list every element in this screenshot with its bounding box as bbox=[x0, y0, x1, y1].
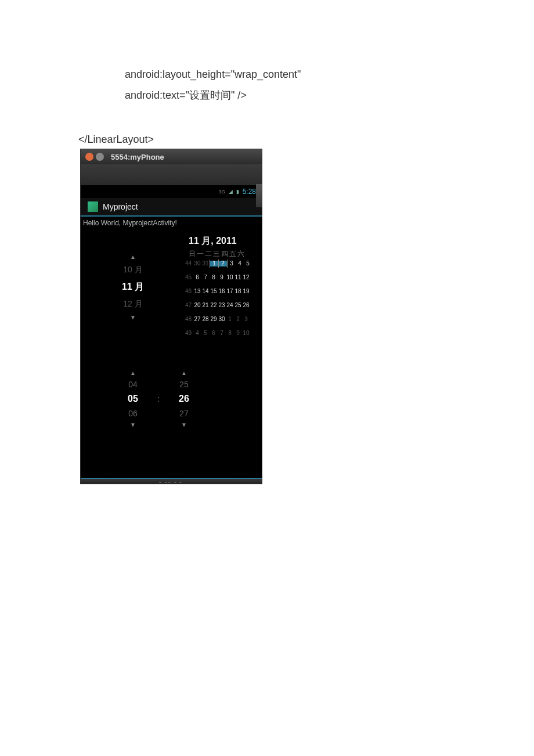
calendar-day[interactable]: 19 bbox=[242, 289, 250, 294]
calendar-day[interactable]: 11 bbox=[234, 275, 242, 280]
calendar-day[interactable]: 9 bbox=[234, 330, 242, 336]
calendar-day[interactable]: 29 bbox=[210, 316, 218, 322]
calendar-row: 4945678910 bbox=[185, 329, 252, 337]
calendar-row: 4720212223242526 bbox=[185, 301, 252, 309]
hour-prev[interactable]: 04 bbox=[116, 380, 150, 389]
calendar-day[interactable]: 7 bbox=[218, 330, 226, 336]
calendar-day[interactable]: 27 bbox=[193, 316, 201, 322]
hello-text: Hello World, MyprojectActivity! bbox=[81, 217, 262, 231]
hour-picker[interactable]: 04 05 06 bbox=[116, 370, 150, 428]
calendar-day[interactable]: 22 bbox=[210, 303, 218, 308]
minute-next[interactable]: 27 bbox=[167, 409, 201, 418]
app-icon bbox=[88, 201, 98, 212]
minute-prev[interactable]: 25 bbox=[167, 380, 201, 389]
week-number: 49 bbox=[185, 330, 193, 336]
calendar-day[interactable]: 15 bbox=[210, 289, 218, 294]
calendar-daysofweek: 日一二三四五六 bbox=[189, 249, 246, 259]
hour-next[interactable]: 06 bbox=[116, 409, 150, 418]
calendar-day[interactable]: 23 bbox=[218, 303, 226, 308]
app-content: 11 月, 2011 日一二三四五六 10 月 11 月 12 月 443031… bbox=[81, 231, 262, 478]
calendar-day[interactable]: 30 bbox=[218, 316, 226, 322]
hour-down-icon[interactable] bbox=[116, 422, 150, 428]
calendar-row: 44303112345 bbox=[185, 260, 252, 268]
emulator-chrome bbox=[81, 164, 262, 185]
calendar-day[interactable]: 5 bbox=[201, 330, 210, 336]
network-3g-icon: 3G bbox=[219, 189, 225, 195]
month-down-icon[interactable] bbox=[110, 314, 156, 321]
calendar-day[interactable]: 4 bbox=[236, 261, 244, 267]
calendar-day[interactable]: 3 bbox=[228, 261, 236, 267]
calendar-day[interactable]: 8 bbox=[226, 330, 234, 336]
close-icon[interactable] bbox=[85, 153, 93, 161]
calendar-day[interactable]: 1 bbox=[210, 261, 218, 267]
code-snippet: android:layout_height="wrap_content" and… bbox=[125, 65, 301, 105]
minute-picker[interactable]: 25 26 27 bbox=[167, 370, 201, 428]
code-line-2: android:text="设置时间" /> bbox=[125, 86, 301, 105]
time-colon: : bbox=[157, 394, 160, 404]
month-current[interactable]: 11 月 bbox=[110, 281, 156, 293]
minute-down-icon[interactable] bbox=[167, 422, 201, 428]
calendar-day[interactable]: 13 bbox=[193, 289, 201, 294]
minute-current[interactable]: 26 bbox=[167, 394, 201, 404]
signal-icon: ◢ bbox=[229, 189, 233, 195]
month-picker[interactable]: 10 月 11 月 12 月 bbox=[110, 254, 156, 321]
calendar-day[interactable]: 16 bbox=[218, 289, 226, 294]
month-up-icon[interactable] bbox=[110, 254, 156, 260]
calendar-day[interactable]: 12 bbox=[242, 275, 250, 280]
calendar-day[interactable]: 9 bbox=[218, 275, 226, 280]
calendar-day[interactable]: 17 bbox=[226, 289, 234, 294]
code-line-1: android:layout_height="wrap_content" bbox=[125, 65, 301, 84]
week-number: 48 bbox=[185, 316, 193, 322]
battery-icon: ▮ bbox=[236, 189, 239, 195]
calendar-day[interactable]: 4 bbox=[193, 330, 201, 336]
calendar-day[interactable]: 3 bbox=[242, 316, 250, 322]
calendar-day[interactable]: 30 bbox=[193, 261, 201, 267]
emulator-bottombar: ‒ ‒‒ ‒ ‒ bbox=[81, 478, 262, 484]
calendar-day[interactable]: 24 bbox=[226, 303, 234, 308]
emulator-title: 5554:myPhone bbox=[111, 153, 164, 161]
app-actionbar: Myproject bbox=[81, 198, 262, 217]
week-number: 47 bbox=[185, 303, 193, 308]
calendar-row: 4827282930123 bbox=[185, 315, 252, 323]
calendar-day[interactable]: 1 bbox=[226, 316, 234, 322]
week-number: 46 bbox=[185, 289, 193, 294]
calendar-day[interactable]: 10 bbox=[242, 330, 250, 336]
calendar-row: 456789101112 bbox=[185, 273, 252, 282]
calendar-day[interactable]: 14 bbox=[201, 289, 210, 294]
calendar-day[interactable]: 21 bbox=[201, 303, 210, 308]
hour-up-icon[interactable] bbox=[116, 370, 150, 376]
calendar-day[interactable]: 6 bbox=[210, 330, 218, 336]
month-next[interactable]: 12 月 bbox=[110, 299, 156, 309]
calendar-day[interactable]: 7 bbox=[201, 275, 210, 280]
calendar-day[interactable]: 26 bbox=[242, 303, 250, 308]
emulator-window: 5554:myPhone 3G ◢ ▮ 5:28 Myproject Hello… bbox=[80, 149, 262, 484]
scrollbar[interactable] bbox=[256, 184, 262, 207]
calendar-day[interactable]: 8 bbox=[210, 275, 218, 280]
calendar-day[interactable]: 5 bbox=[244, 261, 252, 267]
week-number: 45 bbox=[185, 275, 193, 280]
calendar-day[interactable]: 10 bbox=[226, 275, 234, 280]
calendar-day[interactable]: 31 bbox=[201, 261, 210, 267]
android-statusbar: 3G ◢ ▮ 5:28 bbox=[81, 185, 262, 198]
minute-up-icon[interactable] bbox=[167, 370, 201, 376]
hour-current[interactable]: 05 bbox=[116, 394, 150, 404]
calendar-row: 4613141516171819 bbox=[185, 287, 252, 296]
calendar-header: 11 月, 2011 bbox=[189, 235, 237, 247]
calendar-day[interactable]: 25 bbox=[234, 303, 242, 308]
calendar-day[interactable]: 6 bbox=[193, 275, 201, 280]
time-picker[interactable]: 04 05 06 : 25 26 27 bbox=[116, 370, 201, 428]
calendar-day[interactable]: 20 bbox=[193, 303, 201, 308]
status-time: 5:28 bbox=[243, 188, 256, 196]
app-title: Myproject bbox=[103, 202, 138, 211]
calendar-day[interactable]: 18 bbox=[234, 289, 242, 294]
code-closing-tag: </LinearLayout> bbox=[78, 134, 154, 146]
calendar-day[interactable]: 2 bbox=[234, 316, 242, 322]
month-prev[interactable]: 10 月 bbox=[110, 265, 156, 275]
calendar-grid[interactable]: 4430311234545678910111246131415161718194… bbox=[185, 260, 252, 343]
minimize-icon[interactable] bbox=[96, 153, 104, 161]
calendar-day[interactable]: 2 bbox=[219, 261, 227, 267]
calendar-day[interactable]: 28 bbox=[201, 316, 210, 322]
emulator-titlebar: 5554:myPhone bbox=[81, 149, 262, 164]
week-number: 44 bbox=[185, 261, 193, 267]
